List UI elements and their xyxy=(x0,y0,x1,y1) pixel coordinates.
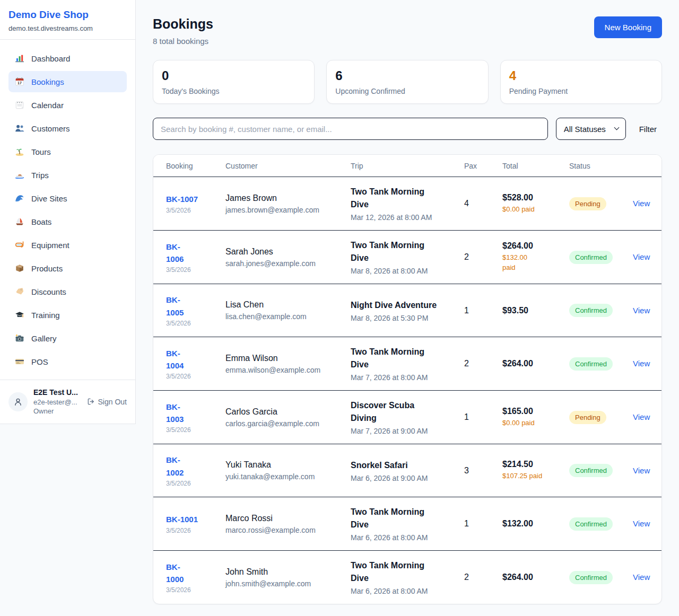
table-row: BK- 1002 3/5/2026 Yuki Tanaka yuki.tanak… xyxy=(153,444,661,497)
sign-out-button[interactable]: Sign Out xyxy=(87,398,127,406)
table-row: BK- 1000 3/5/2026 John Smith john.smith@… xyxy=(153,550,661,604)
total-cell: $132.00 xyxy=(502,519,569,529)
status-badge: Confirmed xyxy=(569,517,613,531)
booking-number-link[interactable]: BK-1001 xyxy=(166,513,198,525)
status-badge: Confirmed xyxy=(569,464,613,477)
sidebar-item-discounts[interactable]: Discounts xyxy=(8,281,127,302)
status-cell: Pending xyxy=(569,197,633,210)
booking-cell: BK- 1005 3/5/2026 xyxy=(166,294,225,327)
status-badge: Confirmed xyxy=(569,571,613,584)
sidebar-item-label: Customers xyxy=(31,124,70,133)
sidebar-item-dive-sites[interactable]: Dive Sites xyxy=(8,188,127,209)
status-cell: Confirmed xyxy=(569,304,633,317)
status-cell: Confirmed xyxy=(569,251,633,264)
customer-name: Lisa Chen xyxy=(225,300,342,310)
customer-cell: Carlos Garcia carlos.garcia@example.com xyxy=(225,407,351,428)
status-badge: Pending xyxy=(569,197,606,210)
booking-number-link[interactable]: BK- 1005 xyxy=(166,294,184,319)
sidebar-item-gallery[interactable]: Gallery xyxy=(8,328,127,349)
view-cell: View xyxy=(633,519,658,529)
trip-name: Two Tank Morning Dive xyxy=(351,346,456,371)
trip-datetime: Mar 6, 2026 at 8:00 AM xyxy=(351,533,456,542)
booking-number-link[interactable]: BK- 1002 xyxy=(166,454,184,479)
pax-value: 4 xyxy=(464,199,469,208)
trip-name: Discover Scuba Diving xyxy=(351,399,456,425)
stat-card-2: 4 Pending Payment xyxy=(500,60,662,104)
page-title-block: Bookings 8 total bookings xyxy=(153,16,213,46)
camera-icon xyxy=(15,333,24,343)
pax-value: 2 xyxy=(464,252,469,261)
view-link[interactable]: View xyxy=(633,412,650,421)
svg-text:17: 17 xyxy=(18,81,22,85)
sidebar-item-label: Bookings xyxy=(31,77,64,86)
sidebar-item-equipment[interactable]: Equipment xyxy=(8,234,127,256)
trip-name: Snorkel Safari xyxy=(351,459,456,472)
tag-icon xyxy=(15,287,24,296)
graduation-cap-icon xyxy=(15,310,24,320)
customer-email: sarah.jones@example.com xyxy=(225,259,342,268)
booking-date: 3/5/2026 xyxy=(166,373,217,380)
pax-value: 3 xyxy=(464,466,469,475)
view-link[interactable]: View xyxy=(633,573,650,582)
pax-value: 2 xyxy=(464,573,469,582)
view-link[interactable]: View xyxy=(633,252,650,261)
sidebar-item-trips[interactable]: Trips xyxy=(8,164,127,186)
column-header-2: Trip xyxy=(351,162,464,170)
customer-cell: John Smith john.smith@example.com xyxy=(225,567,351,588)
new-booking-button[interactable]: New Booking xyxy=(594,16,662,38)
shop-name: Demo Dive Shop xyxy=(8,9,127,21)
booking-number-link[interactable]: BK- 1000 xyxy=(166,561,184,586)
status-filter-select[interactable]: All Statuses xyxy=(556,118,626,140)
view-cell: View xyxy=(633,573,658,582)
sidebar-item-bookings[interactable]: 17 Bookings xyxy=(8,71,127,92)
sidebar-item-training[interactable]: Training xyxy=(8,304,127,325)
pax-cell: 2 xyxy=(464,573,502,582)
table-row: BK- 1006 3/5/2026 Sarah Jones sarah.jone… xyxy=(153,230,661,284)
booking-number-link[interactable]: BK- 1003 xyxy=(166,401,184,426)
pax-cell: 1 xyxy=(464,519,502,529)
paid-amount: $107.25 paid xyxy=(502,471,561,481)
sidebar-item-calendar[interactable]: Calendar xyxy=(8,94,127,116)
sidebar-header: Demo Dive Shop demo.test.divestreams.com xyxy=(0,0,135,40)
booking-cell: BK-1007 3/5/2026 xyxy=(166,193,225,214)
customer-name: James Brown xyxy=(225,193,342,203)
customer-cell: Lisa Chen lisa.chen@example.com xyxy=(225,300,351,321)
view-link[interactable]: View xyxy=(633,466,650,475)
page-header: Bookings 8 total bookings New Booking xyxy=(153,16,662,46)
view-link[interactable]: View xyxy=(633,519,650,528)
view-link[interactable]: View xyxy=(633,199,650,208)
view-link[interactable]: View xyxy=(633,306,650,315)
view-cell: View xyxy=(633,252,658,262)
user-section: E2E Test U... e2e-tester@... Owner Sign … xyxy=(0,380,135,424)
sidebar-item-label: Training xyxy=(31,311,60,320)
customer-email: lisa.chen@example.com xyxy=(225,312,342,321)
sidebar-item-customers[interactable]: Customers xyxy=(8,118,127,139)
sidebar-item-products[interactable]: Products xyxy=(8,258,127,279)
booking-number-link[interactable]: BK-1007 xyxy=(166,193,198,205)
pax-value: 1 xyxy=(464,519,469,528)
booking-date: 3/5/2026 xyxy=(166,586,217,594)
filter-button[interactable]: Filter xyxy=(634,125,662,134)
sidebar-item-boats[interactable]: Boats xyxy=(8,211,127,232)
sidebar-item-dashboard[interactable]: Dashboard xyxy=(8,48,127,69)
customer-cell: Marco Rossi marco.rossi@example.com xyxy=(225,514,351,534)
total-amount: $528.00 xyxy=(502,193,561,203)
sidebar-item-pos[interactable]: POS xyxy=(8,351,127,372)
sidebar-item-label: POS xyxy=(31,357,48,366)
booking-date: 3/5/2026 xyxy=(166,207,217,214)
booking-number-link[interactable]: BK- 1004 xyxy=(166,347,184,372)
booking-date: 3/5/2026 xyxy=(166,266,217,274)
sidebar-item-tours[interactable]: Tours xyxy=(8,141,127,162)
trip-name: Night Dive Adventure xyxy=(351,299,456,312)
sidebar-item-label: Calendar xyxy=(31,101,64,110)
view-link[interactable]: View xyxy=(633,359,650,368)
sidebar-item-label: Dashboard xyxy=(31,54,70,63)
people-icon xyxy=(15,124,24,133)
sidebar-item-label: Gallery xyxy=(31,334,57,343)
spiral-calendar-icon xyxy=(15,100,24,110)
search-input[interactable] xyxy=(153,118,548,140)
page-title: Bookings xyxy=(153,16,213,32)
booking-number-link[interactable]: BK- 1006 xyxy=(166,241,184,266)
table-row: BK-1001 3/5/2026 Marco Rossi marco.rossi… xyxy=(153,497,661,550)
customer-email: yuki.tanaka@example.com xyxy=(225,472,342,481)
